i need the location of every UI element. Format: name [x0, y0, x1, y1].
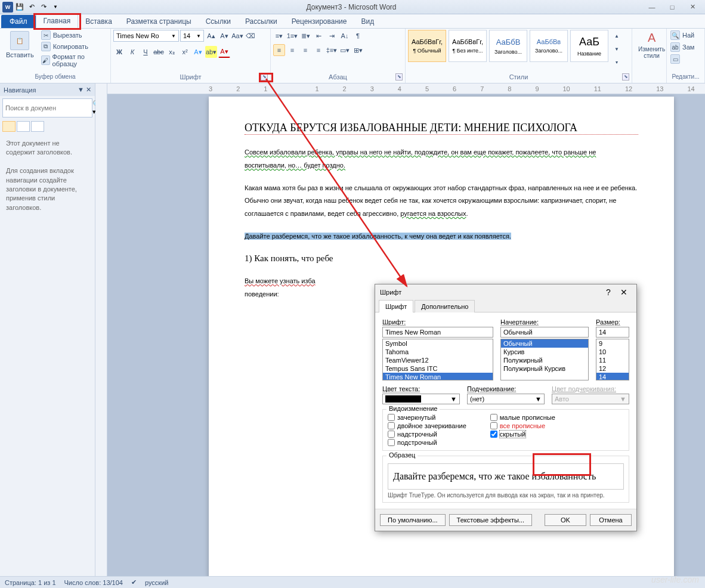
show-marks-button[interactable]: ¶	[352, 30, 364, 42]
multilevel-button[interactable]: ≣▾	[299, 30, 311, 42]
align-right-button[interactable]: ≡	[299, 44, 311, 56]
underline-button[interactable]: Ч	[140, 46, 151, 58]
dialog-tab-advanced[interactable]: Дополнительно	[415, 300, 475, 312]
minimize-button[interactable]: —	[642, 2, 662, 13]
select-icon: ▭	[670, 54, 680, 64]
nav-dropdown-icon[interactable]: ▼ ✕	[78, 86, 91, 94]
copy-button[interactable]: ⧉Копировать	[40, 41, 108, 52]
save-icon[interactable]: 💾	[14, 2, 25, 13]
status-lang[interactable]: русский	[145, 579, 168, 586]
subscript-checkbox[interactable]: подстрочный	[388, 438, 466, 447]
styles-more-button2[interactable]: ▼	[611, 43, 623, 55]
para-dialog-launcher[interactable]: ⬊	[395, 73, 403, 81]
nav-tab-pages[interactable]	[17, 121, 30, 132]
proofing-icon[interactable]: ✔	[131, 578, 137, 586]
undo-icon[interactable]: ↶	[26, 2, 37, 13]
subscript-button[interactable]: x₂	[166, 46, 178, 58]
nav-tab-results[interactable]	[31, 121, 44, 132]
bullets-button[interactable]: ≡▾	[273, 30, 285, 42]
tab-home[interactable]: Главная	[36, 14, 79, 28]
tab-file[interactable]: Файл	[1, 15, 36, 28]
underline-combo[interactable]: (нет)▼	[467, 394, 545, 404]
highlight-button[interactable]: ab▾	[205, 46, 217, 58]
font-input[interactable]	[382, 327, 493, 338]
indent-dec-button[interactable]: ⇤	[313, 30, 324, 42]
align-left-button[interactable]: ≡	[273, 44, 285, 56]
font-size-combo[interactable]: 14▼	[180, 30, 204, 42]
align-center-button[interactable]: ≡	[286, 44, 298, 56]
grow-font-button[interactable]: A▴	[205, 30, 217, 42]
clear-format-button[interactable]: ⌫	[245, 30, 256, 42]
shrink-font-button[interactable]: A▾	[218, 30, 230, 42]
styles-expand-button[interactable]: ▾	[611, 56, 623, 68]
font-color-button[interactable]: A▾	[218, 46, 230, 58]
style-nospacing[interactable]: АаБбВвГг,¶ Без инте...	[449, 30, 487, 62]
styles-more-button[interactable]: ▲	[611, 30, 623, 42]
bold-button[interactable]: Ж	[113, 46, 125, 58]
find-button[interactable]: 🔍Най	[669, 30, 695, 41]
style-input[interactable]	[500, 327, 589, 338]
font-listbox[interactable]: SymbolTahomaTeamViewer12Tempus Sans ITCT…	[382, 339, 493, 380]
help-icon[interactable]: ?	[601, 287, 616, 297]
sort-button[interactable]: A↓	[339, 30, 351, 42]
borders-button[interactable]: ⊞▾	[352, 44, 364, 56]
style-heading2[interactable]: АаБбВвЗаголово...	[530, 30, 568, 62]
format-painter-button[interactable]: 🖌Формат по образцу	[40, 52, 108, 68]
color-combo[interactable]: ▼	[382, 394, 460, 404]
tab-references[interactable]: Ссылки	[199, 15, 238, 28]
size-input[interactable]	[596, 327, 629, 338]
hidden-checkbox[interactable]: скрытый	[490, 430, 555, 438]
style-listbox[interactable]: ОбычныйКурсивПолужирныйПолужирный Курсив	[500, 339, 589, 380]
numbering-button[interactable]: 1≡▾	[286, 30, 298, 42]
ok-button[interactable]: OK	[545, 514, 586, 526]
paste-button[interactable]: 📋 Вставить	[2, 30, 38, 60]
default-button[interactable]: По умолчанию...	[380, 514, 446, 526]
shading-button[interactable]: ▭▾	[339, 44, 351, 56]
tab-review[interactable]: Рецензирование	[285, 15, 354, 28]
font-dialog-launcher[interactable]: ⬊	[261, 73, 268, 81]
font-name-combo[interactable]: Times New Ro▼	[113, 30, 179, 42]
strike-checkbox[interactable]: зачеркнутый	[388, 413, 466, 422]
change-case-button[interactable]: Aa▾	[231, 30, 243, 42]
strike-button[interactable]: abc	[153, 46, 165, 58]
cut-button[interactable]: ✂Вырезать	[40, 30, 108, 41]
close-button[interactable]: ✕	[682, 2, 703, 13]
clipboard-group-label: Буфер обмена	[2, 73, 108, 82]
style-title[interactable]: АаБНазвание	[570, 30, 608, 62]
size-listbox[interactable]: 910111214	[596, 339, 629, 380]
style-heading1[interactable]: АаБбВЗаголово...	[489, 30, 527, 62]
double-strike-checkbox[interactable]: двойное зачеркивание	[388, 422, 466, 430]
status-page[interactable]: Страница: 1 из 1	[5, 579, 56, 586]
tab-layout[interactable]: Разметка страницы	[119, 15, 199, 28]
nav-search-input[interactable]	[3, 99, 90, 117]
qat-dropdown-icon[interactable]: ▼	[50, 2, 61, 13]
replace-button[interactable]: abЗам	[669, 42, 695, 52]
tab-view[interactable]: Вид	[354, 15, 381, 28]
nav-tab-headings[interactable]	[2, 121, 16, 132]
indent-inc-button[interactable]: ⇥	[326, 30, 338, 42]
nav-search[interactable]: 🔍▾	[2, 98, 92, 117]
styles-dialog-launcher[interactable]: ⬊	[622, 73, 629, 81]
ruler-vertical	[95, 83, 107, 576]
change-styles-button[interactable]: AИзменить стили	[635, 30, 669, 60]
tab-insert[interactable]: Вставка	[78, 15, 119, 28]
italic-button[interactable]: К	[126, 46, 138, 58]
select-button[interactable]: ▭	[669, 54, 681, 64]
tab-mailings[interactable]: Рассылки	[238, 15, 285, 28]
redo-icon[interactable]: ↷	[38, 2, 49, 13]
text-effects-button[interactable]: Текстовые эффекты...	[449, 514, 533, 526]
nav-msg1: Этот документ не содержит заголовков.	[6, 140, 72, 156]
dialog-tab-font[interactable]: Шрифт	[379, 300, 413, 312]
smallcaps-checkbox[interactable]: малые прописные	[490, 413, 555, 422]
status-words[interactable]: Число слов: 13/104	[64, 579, 123, 586]
line-spacing-button[interactable]: ‡≡▾	[326, 44, 338, 56]
text-effects-button[interactable]: A▾	[192, 46, 204, 58]
maximize-button[interactable]: □	[662, 2, 682, 13]
superscript-button[interactable]: x²	[179, 46, 191, 58]
allcaps-checkbox[interactable]: все прописные	[490, 422, 555, 430]
cancel-button[interactable]: Отмена	[590, 514, 632, 526]
justify-button[interactable]: ≡	[313, 44, 324, 56]
dialog-close-button[interactable]: ✕	[616, 287, 632, 297]
superscript-checkbox[interactable]: надстрочный	[388, 430, 466, 438]
style-normal[interactable]: АаБбВвГг,¶ Обычный	[408, 30, 446, 62]
